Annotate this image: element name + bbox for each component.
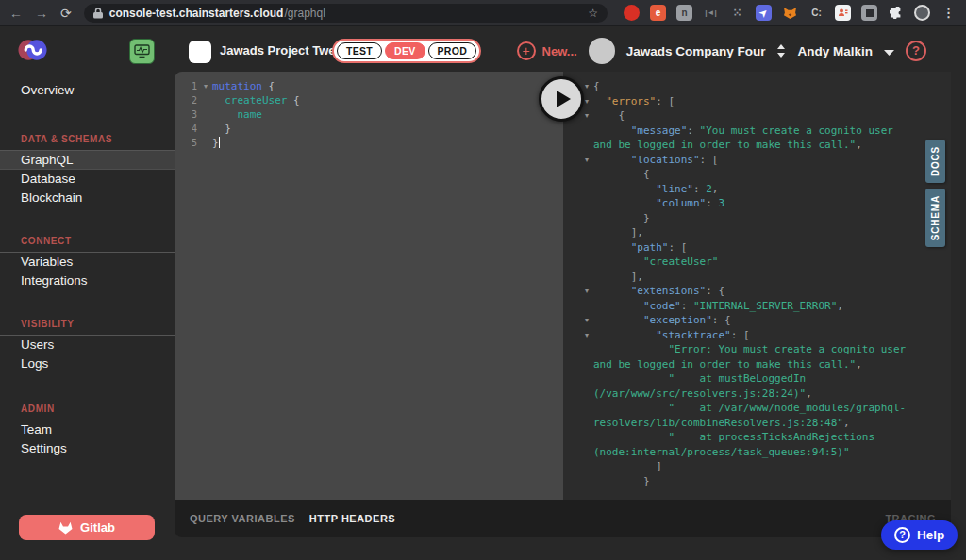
fold-arrow-icon[interactable]: ▾ <box>580 284 593 299</box>
contact-extension-icon[interactable] <box>835 5 851 21</box>
sidebar-item-settings[interactable]: Settings <box>0 439 175 458</box>
company-updown-icon[interactable] <box>776 44 786 58</box>
app-header: Jawads Project Twelve TEST DEV PROD + Ne… <box>0 26 966 75</box>
fold-arrow-icon[interactable]: ▾ <box>580 153 593 168</box>
code-line: ], <box>580 270 951 285</box>
fold-gutter <box>580 225 593 240</box>
header-help-icon[interactable]: ? <box>906 41 926 61</box>
fold-gutter <box>580 299 593 314</box>
fold-arrow-icon[interactable]: ▾ <box>580 108 593 124</box>
code-text: "column": 3 <box>593 196 724 211</box>
env-prod-button[interactable]: PROD <box>428 42 477 59</box>
paper-plane-extension-icon[interactable]: ➤ <box>756 5 772 21</box>
sidebar-item-users[interactable]: Users <box>0 336 175 354</box>
lock-icon <box>93 8 103 19</box>
line-number: 1 <box>184 79 199 93</box>
sidebar-item-team[interactable]: Team <box>0 420 175 439</box>
fold-gutter <box>580 138 593 153</box>
code-text: ] <box>593 459 662 474</box>
gitlab-button[interactable]: Gitlab <box>19 515 155 540</box>
chainstarters-logo[interactable] <box>17 35 48 69</box>
code-line: "Error: You must create a cognito user <box>580 342 951 357</box>
text-cursor <box>219 137 221 148</box>
company-selector[interactable]: Jawads Company Four <box>626 44 766 58</box>
code-line: 3 name <box>184 107 563 122</box>
env-dev-button[interactable]: DEV <box>385 42 425 59</box>
gitlab-button-label: Gitlab <box>80 520 115 535</box>
fold-arrow-icon[interactable]: ▾ <box>580 328 593 343</box>
sidebar-item-overview[interactable]: Overview <box>0 81 175 100</box>
browser-back-icon[interactable]: ← <box>9 0 23 26</box>
fold-arrow-icon[interactable]: ▾ <box>580 313 593 328</box>
schema-tab-label: SCHEMA <box>930 195 941 240</box>
sidebar-item-logs[interactable]: Logs <box>0 354 175 373</box>
docs-tab[interactable]: DOCS <box>925 140 945 183</box>
execute-query-button[interactable] <box>539 76 584 122</box>
code-text: } <box>212 136 220 150</box>
line-number: 3 <box>184 107 199 122</box>
section-label-connect: CONNECT <box>0 236 175 246</box>
sidebar-item-integrations[interactable]: Integrations <box>0 272 175 290</box>
new-button[interactable]: + New... <box>517 41 577 60</box>
e-extension-icon[interactable]: e <box>650 5 666 21</box>
code-text: "code": "INTERNAL_SERVER_ERROR", <box>593 299 843 314</box>
monitor-pulse-icon <box>134 44 150 58</box>
sidebar-item-blockchain[interactable]: Blockchain <box>0 189 175 207</box>
code-text: { <box>593 79 600 94</box>
code-text: and be logged in order to make this call… <box>593 357 862 372</box>
query-editor[interactable]: 1▾mutation {2 createUser {3 name4 }5} <box>175 72 563 500</box>
http-headers-tab[interactable]: HTTP HEADERS <box>309 513 395 524</box>
section-label-data-schemas: DATA & SCHEMAS <box>0 134 175 144</box>
sidebar-item-database[interactable]: Database <box>0 170 175 189</box>
fold-arrow-icon[interactable]: ▾ <box>199 79 212 93</box>
activity-monitor-button[interactable] <box>129 39 155 64</box>
line-number: 5 <box>184 136 199 150</box>
gray-extension-icon[interactable]: n <box>676 5 692 21</box>
code-text: ], <box>593 270 643 285</box>
fold-gutter <box>580 430 593 445</box>
code-line: ▾ "extensions": { <box>580 284 951 299</box>
editor-footer-bar: QUERY VARIABLES HTTP HEADERS TRACING <box>175 500 951 537</box>
section-data-schemas: GraphQL Database Blockchain <box>0 150 175 207</box>
fold-gutter <box>580 459 593 474</box>
code-line: "path": [ <box>580 240 951 255</box>
drip-extension-icon[interactable]: ⁙ <box>729 5 745 21</box>
c-extension-icon[interactable]: C: <box>808 5 824 21</box>
code-line: ▾ "stacktrace": [ <box>580 328 951 343</box>
browser-profile-avatar[interactable] <box>914 5 930 21</box>
user-menu[interactable]: Andy Malkin <box>797 44 873 58</box>
code-line: ▾ { <box>580 108 951 124</box>
code-line: "createUser" <box>580 255 951 270</box>
browser-forward-icon[interactable]: → <box>35 0 48 26</box>
browser-menu-icon[interactable]: ⋮ <box>941 5 957 21</box>
fold-gutter <box>580 445 593 460</box>
window-extension-icon[interactable] <box>861 5 877 21</box>
red-circle-extension-icon[interactable] <box>624 5 640 21</box>
fold-gutter <box>580 167 593 182</box>
code-line: { <box>580 167 951 182</box>
extensions-puzzle-icon[interactable] <box>888 5 904 21</box>
sidebar-item-graphql[interactable]: GraphQL <box>0 151 175 170</box>
user-caret-icon[interactable] <box>884 42 894 59</box>
query-variables-tab[interactable]: QUERY VARIABLES <box>190 513 295 524</box>
address-bar[interactable]: console-test.chainstarters.cloud/graphql… <box>84 4 608 23</box>
environment-toggle: TEST DEV PROD <box>332 39 481 63</box>
collapse-extension-icon[interactable]: |◄| <box>703 5 719 21</box>
metamask-icon[interactable] <box>782 5 798 21</box>
company-avatar[interactable] <box>589 38 615 64</box>
env-test-button[interactable]: TEST <box>337 42 382 59</box>
schema-tab[interactable]: SCHEMA <box>925 189 945 247</box>
sidebar: Overview DATA & SCHEMAS GraphQL Database… <box>0 75 175 560</box>
project-avatar[interactable] <box>189 41 211 63</box>
code-line: 5} <box>184 136 563 150</box>
bookmark-star-icon[interactable]: ☆ <box>588 7 598 20</box>
fold-gutter <box>580 342 593 357</box>
sidebar-item-variables[interactable]: Variables <box>0 253 175 272</box>
code-line: "message": "You must create a cognito us… <box>580 124 951 139</box>
help-question-icon: ? <box>894 527 910 543</box>
docs-tab-label: DOCS <box>930 146 941 176</box>
gitlab-fox-icon <box>58 521 73 535</box>
code-line: " at processTicksAndRejections <box>580 430 951 445</box>
help-button[interactable]: ? Help <box>881 520 958 550</box>
browser-reload-icon[interactable]: ⟳ <box>60 0 72 26</box>
